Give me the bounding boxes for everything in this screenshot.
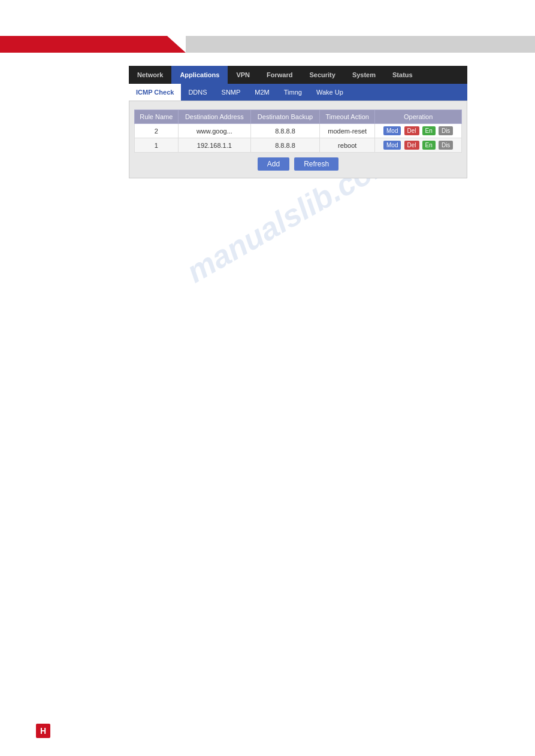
col-operation: Operation [375,110,462,124]
cell-rule-name-2: 1 [135,138,179,153]
del-button-1[interactable]: Del [404,126,419,135]
subtab-m2m[interactable]: M2M [247,84,276,101]
table-row: 2 www.goog... 8.8.8.8 modem-reset Mod De… [135,124,462,138]
cell-operation-2: Mod Del En Dis [375,138,462,153]
refresh-button[interactable]: Refresh [294,157,338,171]
mod-button-2[interactable]: Mod [383,141,401,150]
col-dest-backup: Destinaton Backup [250,110,319,124]
col-rule-name: Rule Name [135,110,179,124]
cell-operation-1: Mod Del En Dis [375,124,462,138]
header-red-accent [0,36,186,53]
footer-logo: H [36,724,50,738]
tab-status[interactable]: Status [384,66,421,84]
cell-dest-address-2: 192.168.1.1 [178,138,250,153]
cell-dest-backup-1: 8.8.8.8 [250,124,319,138]
en-button-2[interactable]: En [422,141,436,150]
cell-rule-name-1: 2 [135,124,179,138]
mod-button-1[interactable]: Mod [383,126,401,135]
tab-vpn[interactable]: VPN [228,66,258,84]
col-dest-address: Destination Address [178,110,250,124]
dis-button-2[interactable]: Dis [439,141,453,150]
cell-dest-address-1: www.goog... [178,124,250,138]
cell-timeout-action-1: modem-reset [320,124,375,138]
tab-applications[interactable]: Applications [171,66,228,84]
add-button[interactable]: Add [258,157,289,171]
cell-dest-backup-2: 8.8.8.8 [250,138,319,153]
icmp-table: Rule Name Destination Address Destinaton… [134,110,462,153]
subtab-timing[interactable]: Timng [277,84,309,101]
main-content: Network Applications VPN Forward Securit… [129,66,467,178]
del-button-2[interactable]: Del [404,141,419,150]
header-gray-bar [186,36,535,53]
sub-tabs: ICMP Check DDNS SNMP M2M Timng Wake Up [129,84,467,101]
header-bar [0,36,535,53]
tab-system[interactable]: System [344,66,384,84]
tab-security[interactable]: Security [301,66,343,84]
cell-timeout-action-2: reboot [320,138,375,153]
table-row: 1 192.168.1.1 8.8.8.8 reboot Mod Del En … [135,138,462,153]
dis-button-1[interactable]: Dis [439,126,453,135]
col-timeout-action: Timeout Action [320,110,375,124]
tab-network[interactable]: Network [129,66,171,84]
bottom-buttons: Add Refresh [134,153,462,173]
subtab-wake-up[interactable]: Wake Up [309,84,350,101]
table-container: Rule Name Destination Address Destinaton… [129,101,467,178]
en-button-1[interactable]: En [422,126,436,135]
subtab-snmp[interactable]: SNMP [214,84,248,101]
subtab-icmp-check[interactable]: ICMP Check [129,84,181,101]
subtab-ddns[interactable]: DDNS [181,84,214,101]
nav-tabs: Network Applications VPN Forward Securit… [129,66,467,84]
tab-forward[interactable]: Forward [258,66,301,84]
